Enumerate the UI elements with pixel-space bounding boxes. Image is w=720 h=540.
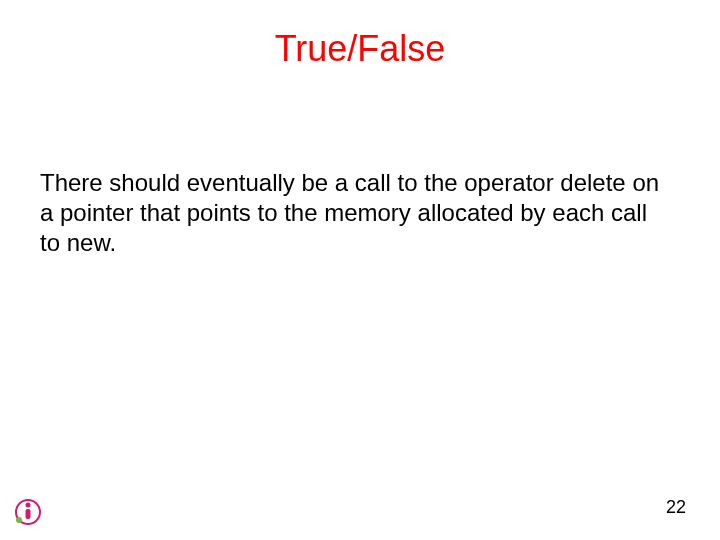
body-paragraph: There should eventually be a call to the… bbox=[40, 168, 660, 258]
slide-container: True/False There should eventually be a … bbox=[0, 0, 720, 540]
svg-rect-2 bbox=[26, 509, 31, 519]
svg-point-3 bbox=[16, 517, 22, 523]
logo-icon bbox=[14, 498, 42, 526]
slide-title: True/False bbox=[0, 0, 720, 70]
slide-body: There should eventually be a call to the… bbox=[0, 70, 720, 258]
page-number: 22 bbox=[666, 497, 686, 518]
svg-point-1 bbox=[26, 503, 31, 508]
